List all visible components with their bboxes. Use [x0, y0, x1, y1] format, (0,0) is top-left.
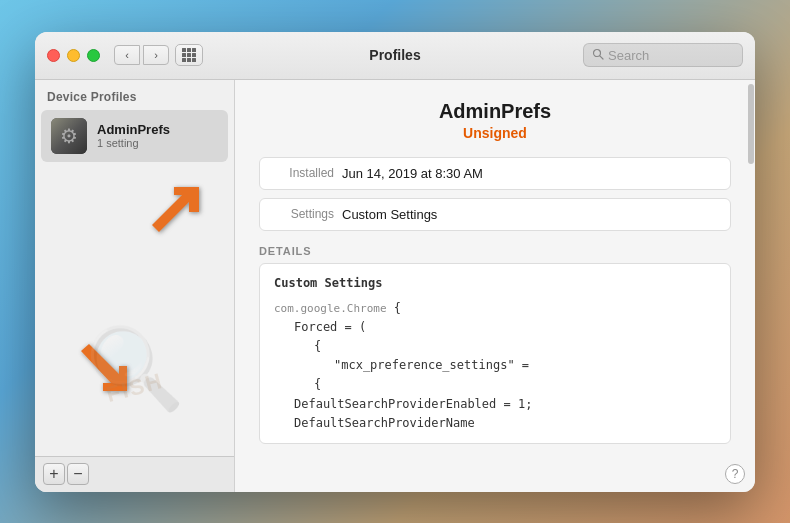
search-icon	[592, 48, 604, 63]
back-icon: ‹	[125, 49, 129, 61]
grid-icon	[182, 48, 196, 62]
close-button[interactable]	[47, 49, 60, 62]
details-section: DETAILS Custom Settings com.google.Chrom…	[259, 245, 731, 445]
remove-profile-button[interactable]: −	[67, 463, 89, 485]
search-bar[interactable]	[583, 43, 743, 67]
detail-title: AdminPrefs	[259, 100, 731, 123]
profile-name: AdminPrefs	[97, 122, 218, 137]
forward-icon: ›	[154, 49, 158, 61]
scrollbar-thumb[interactable]	[748, 84, 754, 164]
settings-label: Settings	[274, 207, 334, 221]
forward-button[interactable]: ›	[143, 45, 169, 65]
detail-panel: AdminPrefs Unsigned Installed Jun 14, 20…	[235, 80, 755, 492]
code-line-2: Forced = (	[274, 318, 716, 337]
profile-info: AdminPrefs 1 setting	[97, 122, 218, 149]
arrow-up-icon	[144, 182, 209, 247]
code-block: Custom Settings com.google.Chrome { Forc…	[259, 263, 731, 445]
sidebar-bottom-bar: + −	[35, 456, 234, 492]
search-input[interactable]	[608, 48, 734, 63]
settings-row: Settings Custom Settings	[259, 198, 731, 231]
code-line-4: "mcx_preference_settings" =	[274, 356, 716, 375]
installed-label: Installed	[274, 166, 334, 180]
code-line-5: {	[274, 375, 716, 394]
details-heading: DETAILS	[259, 245, 731, 257]
traffic-lights	[47, 49, 100, 62]
grid-view-button[interactable]	[175, 44, 203, 66]
sidebar-watermark: 🔍 FISH	[35, 162, 234, 456]
maximize-button[interactable]	[87, 49, 100, 62]
sidebar-header: Device Profiles	[35, 80, 234, 110]
detail-status: Unsigned	[259, 125, 731, 141]
code-title: Custom Settings	[274, 274, 716, 293]
profiles-window: ‹ › Profiles	[35, 32, 755, 492]
add-profile-button[interactable]: +	[43, 463, 65, 485]
code-line-1: com.google.Chrome {	[274, 299, 716, 318]
minimize-button[interactable]	[67, 49, 80, 62]
code-line-7: DefaultSearchProviderName	[274, 414, 716, 433]
svg-line-1	[600, 55, 603, 58]
gear-icon: ⚙	[60, 124, 78, 148]
installed-row: Installed Jun 14, 2019 at 8:30 AM	[259, 157, 731, 190]
scrollbar[interactable]	[747, 80, 755, 492]
profile-detail: 1 setting	[97, 137, 218, 149]
nav-buttons: ‹ ›	[114, 45, 169, 65]
code-label-chrome: com.google.Chrome	[274, 302, 387, 315]
profile-icon: ⚙	[51, 118, 87, 154]
content-area: Device Profiles ⚙ AdminPrefs 1 setting	[35, 80, 755, 492]
sidebar: Device Profiles ⚙ AdminPrefs 1 setting	[35, 80, 235, 492]
code-line-3: {	[274, 337, 716, 356]
help-button[interactable]: ?	[725, 464, 745, 484]
settings-value: Custom Settings	[342, 207, 437, 222]
installed-value: Jun 14, 2019 at 8:30 AM	[342, 166, 483, 181]
code-text-1: {	[394, 301, 401, 315]
back-button[interactable]: ‹	[114, 45, 140, 65]
svg-marker-2	[152, 187, 199, 232]
window-title: Profiles	[369, 47, 420, 63]
titlebar: ‹ › Profiles	[35, 32, 755, 80]
profile-list-item[interactable]: ⚙ AdminPrefs 1 setting	[41, 110, 228, 162]
code-line-6: DefaultSearchProviderEnabled = 1;	[274, 395, 716, 414]
